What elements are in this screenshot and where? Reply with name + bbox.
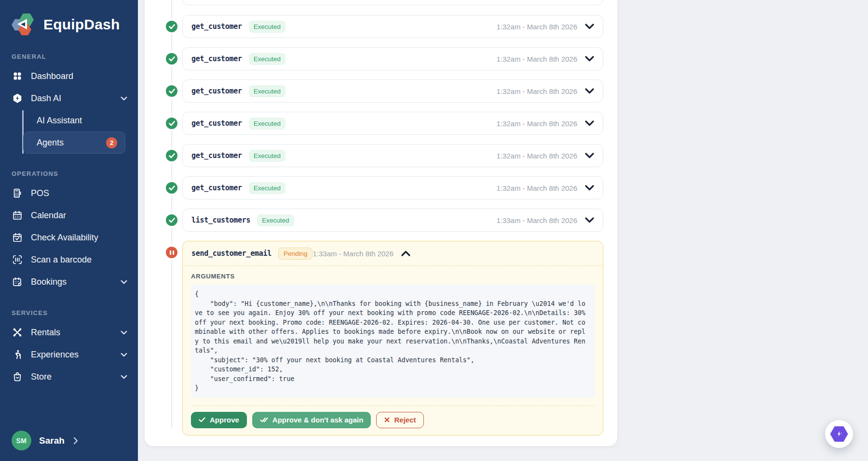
- event-card[interactable]: get_customer Executed 1:32am - March 8th…: [182, 15, 603, 38]
- agents-count-badge: 2: [106, 137, 117, 148]
- dashboard-grid-icon: [12, 70, 23, 82]
- arguments-label: ARGUMENTS: [191, 273, 595, 280]
- status-check-icon: [166, 182, 177, 194]
- chevron-down-icon[interactable]: [585, 153, 594, 158]
- chevron-down-icon[interactable]: [585, 120, 594, 126]
- app-logo[interactable]: EquipDash: [0, 0, 138, 37]
- divider: [191, 406, 594, 406]
- sidebar-item-scan-barcode[interactable]: Scan a barcode: [0, 249, 138, 271]
- status-badge: Executed: [249, 85, 285, 97]
- calendar-check-icon: [12, 232, 23, 243]
- sidebar-item-label: Rentals: [31, 328, 60, 338]
- status-check-icon: [166, 53, 177, 65]
- event-timestamp: 1:33am - March 8th 2026: [312, 250, 393, 258]
- sidebar-item-label: Agents: [37, 138, 64, 148]
- pending-approval-card: send_customer_email Pending 1:33am - Mar…: [182, 241, 603, 435]
- user-menu[interactable]: SM Sarah: [12, 431, 78, 450]
- app-title: EquipDash: [43, 16, 120, 33]
- approve-button[interactable]: Approve: [191, 412, 247, 428]
- chevron-down-icon[interactable]: [585, 217, 594, 223]
- sidebar-item-check-availability[interactable]: Check Availability: [0, 226, 138, 249]
- sidebar-item-agents[interactable]: Agents 2: [23, 132, 125, 154]
- chevron-down-icon: [121, 280, 127, 284]
- sidebar-item-label: Dash AI: [31, 93, 61, 104]
- status-badge: Executed: [249, 150, 285, 162]
- event-timestamp: 1:32am - March 8th 2026: [496, 152, 577, 160]
- status-badge: Executed: [249, 182, 285, 194]
- event-timestamp: 1:32am - March 8th 2026: [496, 23, 577, 31]
- sidebar: EquipDash GENERAL Dashboard Dash AI AI A…: [0, 0, 138, 461]
- event-timestamp: 1:32am - March 8th 2026: [496, 119, 577, 128]
- sidebar-item-pos[interactable]: POS: [0, 182, 138, 204]
- sidebar-item-store[interactable]: Store: [0, 366, 138, 388]
- sidebar-item-label: Scan a barcode: [31, 255, 92, 265]
- chevron-down-icon: [121, 375, 127, 379]
- approve-dont-ask-button[interactable]: Approve & don't ask again: [252, 412, 371, 428]
- double-check-icon: [260, 417, 268, 423]
- tool-name: send_customer_email: [191, 249, 271, 258]
- sidebar-item-bookings[interactable]: Bookings: [0, 271, 138, 293]
- hexagon-bolt-icon: [830, 425, 848, 443]
- chevron-up-icon[interactable]: [401, 250, 410, 256]
- chevron-down-icon[interactable]: [585, 24, 594, 29]
- status-check-icon: [166, 21, 177, 32]
- sidebar-item-label: Dashboard: [31, 71, 73, 81]
- event-card[interactable]: get_customer Executed 1:32am - March 8th…: [182, 79, 603, 103]
- sidebar-item-label: AI Assistant: [37, 116, 82, 126]
- barcode-scan-icon: [12, 254, 23, 265]
- chevron-down-icon: [121, 330, 127, 335]
- chevron-down-icon[interactable]: [585, 56, 594, 62]
- sidebar-item-label: Bookings: [31, 277, 67, 287]
- tool-name: list_customers: [191, 216, 250, 224]
- sidebar-item-ai-assistant[interactable]: AI Assistant: [24, 110, 125, 131]
- sidebar-item-experiences[interactable]: Experiences: [0, 343, 138, 366]
- ai-assistant-fab[interactable]: [825, 420, 853, 448]
- section-label-operations: OPERATIONS: [0, 170, 138, 177]
- arguments-json: { "body": "Hi {customer_name},\n\nThanks…: [195, 290, 591, 393]
- status-check-icon: [166, 150, 177, 161]
- chevron-down-icon[interactable]: [585, 88, 594, 94]
- event-timestamp: 1:32am - March 8th 2026: [496, 55, 577, 63]
- event-card[interactable]: get_customer Executed 1:32am - March 8th…: [182, 47, 603, 70]
- event-card[interactable]: get_customer Executed 1:32am - March 8th…: [182, 176, 603, 199]
- status-badge: Executed: [249, 53, 285, 65]
- status-badge: Executed: [257, 214, 294, 226]
- event-card[interactable]: get_customer Executed 1:32am - March 8th…: [182, 144, 603, 167]
- status-pause-icon: [166, 247, 177, 258]
- sidebar-item-rentals[interactable]: Rentals: [0, 321, 138, 343]
- status-check-icon: [166, 118, 177, 129]
- agent-activity-panel: get_customer Executed 1:32am - March 8th…: [145, 0, 617, 446]
- pos-terminal-icon: [12, 187, 23, 199]
- avatar: SM: [12, 431, 31, 450]
- status-check-icon: [166, 85, 177, 97]
- status-badge: Executed: [249, 118, 285, 130]
- sidebar-item-label: Store: [31, 372, 52, 382]
- chevron-down-icon[interactable]: [585, 185, 594, 191]
- sidebar-item-label: Experiences: [31, 350, 79, 360]
- sidebar-item-label: POS: [31, 188, 49, 198]
- shopping-bag-icon: [12, 371, 23, 382]
- sidebar-item-dash-ai[interactable]: Dash AI: [0, 87, 138, 109]
- event-card[interactable]: list_customers Executed 1:33am - March 8…: [182, 209, 603, 232]
- tool-name: get_customer: [191, 22, 242, 31]
- tool-name: get_customer: [191, 151, 242, 160]
- status-badge: Pending: [278, 248, 313, 260]
- sidebar-item-calendar[interactable]: Calendar: [0, 204, 138, 226]
- app-logo-icon: [12, 13, 37, 37]
- hexagon-bolt-icon: [12, 92, 23, 104]
- sidebar-item-dashboard[interactable]: Dashboard: [0, 65, 138, 87]
- sidebar-item-label: Check Availability: [31, 233, 98, 243]
- pending-card-header[interactable]: send_customer_email Pending 1:33am - Mar…: [183, 241, 603, 265]
- event-card-partial[interactable]: [182, 0, 603, 5]
- status-badge: Executed: [249, 21, 285, 33]
- status-check-icon: [166, 214, 177, 226]
- reject-button[interactable]: Reject: [376, 412, 424, 428]
- event-timestamp: 1:32am - March 8th 2026: [496, 184, 577, 192]
- chevron-down-icon: [121, 96, 127, 101]
- event-card[interactable]: get_customer Executed 1:32am - March 8th…: [182, 112, 603, 135]
- tool-name: get_customer: [191, 54, 242, 63]
- event-timestamp: 1:32am - March 8th 2026: [496, 87, 577, 95]
- x-icon: [384, 417, 390, 422]
- kayak-paddles-icon: [12, 327, 23, 338]
- calendar-booked-icon: [12, 276, 23, 288]
